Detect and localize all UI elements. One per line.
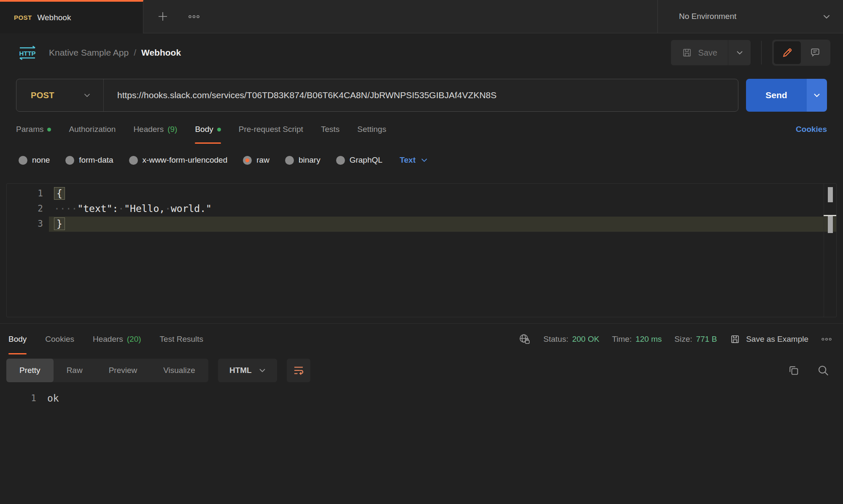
radio-dot [68, 158, 72, 162]
edit-comment-group [772, 40, 830, 66]
radio-dot [245, 158, 249, 162]
wrap-text-icon [292, 364, 305, 377]
tab-bar: POST Webhook No Environment [0, 0, 843, 33]
editor-line-content: { [49, 186, 836, 201]
request-tab-body[interactable]: Body [195, 112, 221, 147]
body-type-binary[interactable]: binary [285, 155, 321, 165]
editor-line-number: 1 [7, 186, 43, 201]
response-tab-test-results[interactable]: Test Results [160, 324, 203, 354]
radio-icon [336, 156, 345, 165]
response-body[interactable]: 1 ok [0, 386, 843, 406]
response-line: 1 ok [0, 391, 843, 406]
body-type-options: noneform-datax-www-form-urlencodedrawbin… [0, 147, 843, 173]
save-floppy-icon [730, 334, 741, 345]
request-tab-webhook[interactable]: POST Webhook [0, 0, 143, 33]
request-tab-params[interactable]: Params [16, 112, 51, 147]
cookies-link[interactable]: Cookies [796, 125, 827, 134]
request-tab-headers[interactable]: Headers(9) [133, 112, 177, 147]
response-tab-label: Cookies [45, 335, 74, 344]
url-input[interactable]: https://hooks.slack.com/services/T06TD83… [104, 90, 497, 100]
size-indicator[interactable]: Size: 771 B [674, 335, 717, 344]
time-label: Time: [612, 335, 632, 344]
view-tab-raw[interactable]: Raw [54, 359, 96, 382]
request-body-editor[interactable]: 1{2····"text":·"Hello,·world."3} [6, 183, 837, 317]
view-tab-visualize[interactable]: Visualize [150, 359, 208, 382]
response-tab-label: Test Results [160, 335, 203, 344]
request-tab-label: Tests [321, 125, 339, 134]
save-button[interactable]: Save [671, 40, 728, 65]
breadcrumb-collection[interactable]: Knative Sample App [49, 48, 129, 58]
radio-dot [288, 158, 291, 162]
editor-line[interactable]: 1{ [7, 186, 836, 201]
network-globe-lock-icon [518, 333, 531, 346]
new-tab-button[interactable] [157, 11, 169, 22]
save-as-example-label: Save as Example [746, 335, 808, 344]
body-type-form-data[interactable]: form-data [65, 155, 113, 165]
edit-request-button[interactable] [774, 41, 801, 64]
response-view-tabs: PrettyRawPreviewVisualize [6, 359, 208, 382]
request-tab-label: Pre-request Script [239, 125, 303, 134]
raw-format-selector[interactable]: Text [400, 155, 428, 165]
radio-icon [65, 156, 74, 165]
chevron-down-icon [83, 93, 91, 97]
search-response-button[interactable] [817, 364, 830, 377]
http-protocol-icon: HTTP [17, 45, 38, 60]
editor-line[interactable]: 3} [7, 217, 836, 232]
copy-response-button[interactable] [787, 364, 800, 377]
radio-icon [243, 156, 252, 165]
url-input-box: POST https://hooks.slack.com/services/T0… [16, 79, 738, 112]
chevron-down-icon [259, 368, 266, 373]
response-line-number: 1 [0, 391, 36, 406]
request-tab-label: Params [16, 125, 43, 134]
code-token: ···· [54, 203, 77, 214]
tab-method-badge: POST [14, 14, 32, 21]
request-tab-settings[interactable]: Settings [357, 112, 386, 147]
body-type-label: x-www-form-urlencoded [143, 155, 228, 165]
time-value: 120 ms [636, 335, 662, 344]
code-token: { [54, 187, 65, 200]
request-tab-authorization[interactable]: Authorization [69, 112, 116, 147]
method-selector[interactable]: POST [16, 79, 103, 111]
response-options-button[interactable] [821, 337, 832, 341]
save-options-button[interactable] [728, 40, 751, 65]
environment-selector[interactable]: No Environment [657, 0, 843, 33]
save-as-example-button[interactable]: Save as Example [730, 334, 808, 345]
response-line-content: ok [47, 391, 59, 406]
code-token: "text": [77, 203, 118, 214]
response-tab-headers[interactable]: Headers(20) [93, 324, 141, 354]
time-indicator[interactable]: Time: 120 ms [612, 335, 662, 344]
breadcrumb-request-name[interactable]: Webhook [141, 48, 181, 58]
response-toolbar: PrettyRawPreviewVisualize HTML [0, 354, 843, 386]
header-actions: Save [671, 40, 830, 66]
view-tab-pretty[interactable]: Pretty [6, 359, 54, 382]
wrap-lines-button[interactable] [287, 359, 310, 382]
response-format-selector[interactable]: HTML [218, 359, 277, 382]
response-tab-cookies[interactable]: Cookies [45, 324, 74, 354]
request-tab-pre-request-script[interactable]: Pre-request Script [239, 112, 303, 147]
status-value: 200 OK [572, 335, 599, 344]
radio-icon [19, 156, 27, 165]
response-tab-body[interactable]: Body [8, 324, 27, 354]
size-label: Size: [674, 335, 692, 344]
scrollbar-mark [828, 216, 833, 233]
save-button-label: Save [698, 48, 717, 58]
copy-icon [787, 364, 800, 377]
code-token: · [165, 203, 171, 214]
comments-button[interactable] [802, 41, 829, 64]
radio-icon [285, 156, 294, 165]
editor-scrollbar[interactable] [824, 184, 836, 317]
send-options-button[interactable] [807, 79, 827, 112]
body-type-x-www-form-urlencoded[interactable]: x-www-form-urlencoded [129, 155, 228, 165]
request-tab-tests[interactable]: Tests [321, 112, 339, 147]
body-type-graphql[interactable]: GraphQL [336, 155, 382, 165]
breadcrumb-separator: / [134, 48, 136, 58]
body-type-raw[interactable]: raw [243, 155, 269, 165]
send-button[interactable]: Send [746, 79, 807, 112]
view-tab-preview[interactable]: Preview [96, 359, 151, 382]
status-indicator[interactable]: Status: 200 OK [544, 335, 600, 344]
save-button-group: Save [671, 40, 751, 65]
code-token: · [118, 203, 124, 214]
tab-options-button[interactable] [188, 14, 200, 19]
body-type-none[interactable]: none [19, 155, 50, 165]
editor-line[interactable]: 2····"text":·"Hello,·world." [7, 201, 836, 217]
